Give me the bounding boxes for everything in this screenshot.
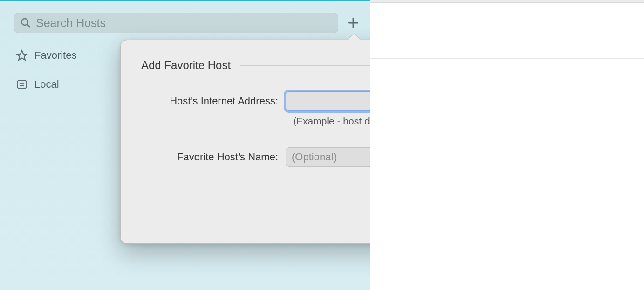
svg-rect-5	[17, 80, 27, 88]
svg-marker-4	[17, 51, 27, 60]
search-placeholder: Search Hosts	[36, 16, 106, 30]
sidebar-item-label: Local	[34, 78, 59, 90]
search-row: Search Hosts	[0, 1, 370, 33]
add-host-button[interactable]	[345, 14, 362, 31]
search-icon	[20, 17, 31, 28]
sidebar: Search Hosts Favorites Local	[0, 0, 370, 290]
name-label: Favorite Host's Name:	[141, 151, 286, 163]
popover-title: Add Favorite Host	[141, 59, 231, 72]
plus-icon	[347, 17, 359, 29]
search-input[interactable]: Search Hosts	[14, 13, 338, 33]
sidebar-item-label: Favorites	[34, 49, 76, 62]
svg-line-1	[27, 24, 30, 27]
main-top-border	[370, 0, 644, 3]
address-label: Host's Internet Address:	[141, 95, 286, 107]
local-icon	[16, 78, 28, 90]
main-area	[370, 0, 644, 290]
main-divider	[370, 58, 644, 59]
popover-arrow	[347, 34, 360, 40]
svg-point-0	[21, 19, 28, 25]
star-icon	[16, 49, 28, 62]
